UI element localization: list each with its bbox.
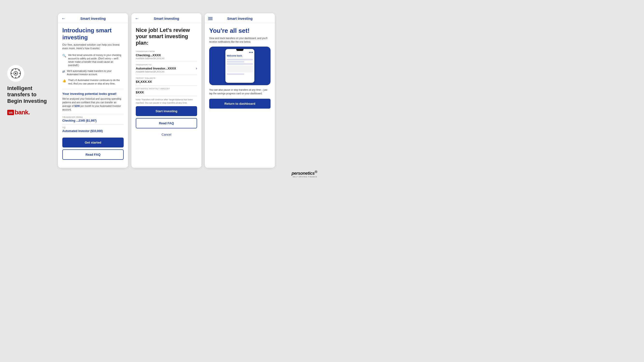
search-icon: 🔍 (62, 54, 66, 57)
potential-box: Your investing potential looks great! We… (62, 89, 124, 111)
review-transfer-to-content: TRANSFER TO Automated Investor...XXXX Av… (136, 64, 176, 73)
screen1-body: Introducing smart investing Our free, au… (58, 23, 128, 166)
thumbsup-icon: 👍 (62, 79, 66, 82)
feature-text-2: We'll automatically make transfers to yo… (67, 69, 124, 76)
review-transfer-to-sub: Available balance $X,XXX.XX (136, 70, 176, 73)
screen2-card: ← Smart investing Nice job! Let's review… (132, 13, 202, 168)
review-transfer-from-sub: Available balance $X,XXX.XX (136, 57, 197, 60)
mockup-status (226, 52, 254, 53)
mockup-welcome-text: Welcome back. (226, 53, 254, 58)
svg-point-2 (15, 73, 16, 74)
transfer-from-value: Checking ...2345 ($1,997) (62, 119, 124, 122)
branding-title: Intelligent transfers to Begin Investing (7, 85, 48, 104)
get-started-button[interactable]: Get started (62, 138, 124, 147)
potential-amount: $200 (74, 105, 80, 107)
usbank-box: us (7, 110, 14, 115)
usbank-dot: . (28, 109, 30, 116)
feature-text-3: That's it! Automated Investor continues … (68, 79, 124, 85)
feature-item-1: 🔍 We find small amounts of money in your… (62, 53, 124, 67)
review-transfer-from: TRANSFER FROM Checking...XXXX Available … (136, 48, 197, 62)
chevron-right-icon: › (196, 66, 197, 70)
screen3-header: Smart investing (205, 13, 275, 23)
review-transfer-to-row: TRANSFER TO Automated Investor...XXXX Av… (136, 64, 197, 73)
screen1-header: ← Smart investing (58, 13, 128, 23)
hamburger-icon[interactable] (208, 17, 212, 20)
phone-mockup: Welcome back. (209, 46, 270, 85)
gear-icon (10, 68, 21, 79)
review-estimated-monthly-value: $XXX (136, 90, 197, 94)
usbank-text: bank (14, 109, 28, 116)
feature-item-2: ⇄ We'll automatically make transfers to … (62, 69, 124, 76)
screen2-header-title: Smart investing (154, 17, 179, 20)
menu-line-2 (208, 18, 212, 19)
registered-mark: ® (314, 170, 317, 174)
personetics-logo: personetics® SELF DRIVING FINANCE (292, 170, 317, 178)
personetics-text: personetics® (292, 170, 317, 176)
review-transfer-to-label: TRANSFER TO (136, 64, 176, 66)
back-icon[interactable]: ← (61, 16, 66, 21)
feature-item-3: 👍 That's it! Automated Investor continue… (62, 79, 124, 85)
back-icon-2[interactable]: ← (135, 16, 139, 21)
screen1-header-title: Smart investing (80, 17, 106, 20)
screen1-title: Introducing smart investing (62, 27, 124, 41)
feature-list: 🔍 We find small amounts of money in your… (62, 53, 124, 85)
review-transfer-to-value: Automated Investor...XXXX (136, 67, 176, 70)
read-faq-button-2[interactable]: Read FAQ (136, 118, 197, 128)
screen3-body: You're all set! View and track transfers… (205, 23, 275, 114)
review-note: Note: Transfers will continue after Targ… (136, 98, 197, 104)
screen2-body: Nice job! Let's review your smart invest… (132, 23, 202, 143)
status-dot-1 (249, 52, 250, 53)
menu-line-3 (208, 19, 212, 20)
transfer-from-field: TRANSFER FROM Checking ...2345 ($1,997) (62, 114, 124, 124)
screen3-subtitle: View and track transfers on your dashboa… (209, 36, 270, 44)
read-faq-button-1[interactable]: Read FAQ (62, 149, 124, 160)
screen3-card: Smart investing You're all set! View and… (205, 13, 275, 168)
transfer-to-field: TO Automated Investor ($10,000) (62, 124, 124, 135)
mockup-card-1 (227, 66, 253, 72)
mockup-line-1 (227, 59, 253, 60)
review-estimated-monthly-label: ESTIMATED MONTHLY AMOUNT (136, 88, 197, 90)
feature-text-1: We find small amounts of money in your c… (68, 53, 124, 67)
review-transfer-to: TRANSFER TO Automated Investor...XXXX Av… (136, 62, 197, 75)
mockup-notch (236, 49, 244, 51)
screen2-header: ← Smart investing (132, 13, 202, 23)
review-target-balance-label: TARGET BALANCE (136, 77, 197, 79)
start-investing-button[interactable]: Start investing (136, 106, 197, 116)
return-to-dashboard-button[interactable]: Return to dashboard (209, 99, 270, 109)
transfer-from-label: TRANSFER FROM (62, 116, 124, 118)
usbank-logo: us bank . (7, 109, 48, 116)
potential-text: We've analyzed your historical and upcom… (62, 97, 124, 111)
mockup-line-3 (227, 63, 253, 65)
transfer-to-label: TO (62, 126, 124, 129)
mockup-line-4 (227, 73, 244, 75)
screen1-subtitle: Our free, automated solution can help yo… (62, 43, 124, 50)
transfer-to-value: Automated Investor ($10,000) (62, 129, 124, 133)
review-target-balance: TARGET BALANCE $X,XXX.XX (136, 75, 197, 86)
screen2-title: Nice job! Let's review your smart invest… (136, 27, 197, 46)
phone-mockup-inner: Welcome back. (226, 49, 254, 83)
status-dot-2 (250, 52, 252, 53)
cancel-button[interactable]: Cancel (136, 130, 197, 139)
review-target-balance-value: $X,XXX.XX (136, 80, 197, 83)
branding-panel: Intelligent transfers to Begin Investing… (0, 60, 56, 121)
gear-icon-wrap (7, 65, 24, 82)
review-transfer-from-value: Checking...XXXX (136, 53, 197, 57)
phones-container: ← Smart investing Introducing smart inve… (56, 8, 322, 173)
screen1-card: ← Smart investing Introducing smart inve… (58, 13, 128, 168)
review-estimated-monthly: ESTIMATED MONTHLY AMOUNT $XXX (136, 86, 197, 96)
status-dot-3 (252, 52, 253, 53)
menu-line-1 (208, 17, 212, 18)
review-transfer-from-label: TRANSFER FROM (136, 50, 197, 53)
mockup-line-2 (227, 61, 244, 62)
screen3-header-title: Smart investing (227, 17, 252, 20)
screen3-title: You're all set! (209, 27, 270, 34)
screen3-note: You can also pause or stop transfers at … (209, 88, 270, 95)
personetics-sub: SELF DRIVING FINANCE (292, 176, 317, 178)
transfer-icon: ⇄ (62, 70, 65, 73)
potential-title: Your investing potential looks great! (62, 92, 124, 96)
